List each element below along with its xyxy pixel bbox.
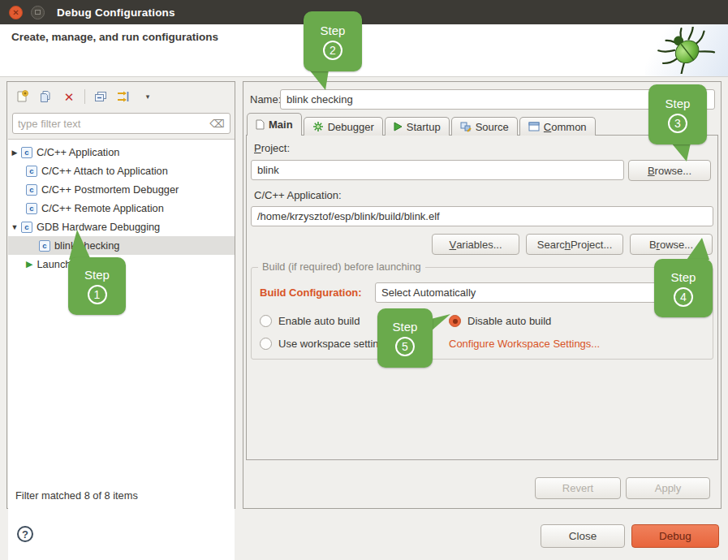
filter-match-status: Filter matched 8 of 8 items: [15, 489, 138, 502]
project-input[interactable]: blink: [251, 160, 624, 180]
application-label: C/C++ Application:: [254, 189, 342, 201]
collapse-all-icon[interactable]: [93, 88, 109, 105]
radio-unselected-icon[interactable]: [260, 338, 272, 350]
tree-item-cpp-postmortem[interactable]: c C/C++ Postmortem Debugger: [8, 180, 235, 199]
step3-tail: [664, 141, 696, 163]
step5-callout: Step 5: [377, 308, 433, 368]
build-group-title: Build (if required) before launching: [258, 261, 425, 273]
tree-item-blink-checking[interactable]: c blink checking: [8, 236, 235, 255]
c-type-icon: c: [21, 222, 32, 233]
step4-callout: Step 4: [654, 259, 713, 317]
enable-auto-build-option[interactable]: Enable auto build: [260, 315, 360, 327]
project-label: Project:: [254, 142, 290, 154]
window-title: Debug Configurations: [57, 6, 175, 19]
name-label: Name:: [250, 93, 281, 106]
startup-tab-icon: [394, 122, 403, 131]
apply-button[interactable]: Apply: [626, 477, 710, 499]
step2-callout: Step 2: [304, 11, 362, 71]
restore-window-icon[interactable]: [31, 6, 45, 19]
close-window-icon[interactable]: ✕: [9, 6, 23, 19]
tab-source[interactable]: Source: [451, 117, 518, 136]
step1-tail: [67, 227, 99, 261]
dialog-header: Create, manage, and run configurations: [0, 24, 728, 77]
tree-item-cpp-remote[interactable]: c C/C++ Remote Application: [8, 199, 235, 218]
delete-configuration-icon[interactable]: ✕: [61, 88, 77, 105]
main-tab-content: Project: blink Browse... C/C++ Applicati…: [246, 135, 718, 460]
toolbar-separator: [84, 89, 85, 104]
build-before-launch-group: Build (if required) before launching Bui…: [251, 267, 713, 360]
c-type-icon: c: [26, 166, 37, 177]
debug-configurations-dialog: ✕ Debug Configurations Create, manage, a…: [0, 0, 728, 560]
filter-input[interactable]: [18, 118, 210, 130]
debug-bug-icon: [645, 24, 728, 76]
c-type-icon: c: [39, 240, 50, 252]
tree-item-cpp-attach[interactable]: c C/C++ Attach to Application: [8, 162, 235, 180]
c-type-icon: c: [26, 203, 37, 214]
titlebar: ✕ Debug Configurations: [0, 0, 728, 24]
toolbar-menu-icon[interactable]: ▾: [140, 88, 156, 105]
configurations-toolbar: ✕ ▾: [11, 85, 156, 108]
configure-workspace-settings-link[interactable]: Configure Workspace Settings...: [449, 338, 600, 350]
radio-unselected-icon[interactable]: [260, 315, 272, 327]
c-type-icon: c: [26, 184, 37, 196]
header-title: Create, manage, and run configurations: [11, 31, 218, 43]
variables-button[interactable]: Variables...: [432, 234, 519, 255]
tab-debugger[interactable]: Debugger: [304, 117, 383, 136]
common-tab-icon: [528, 122, 540, 131]
revert-button[interactable]: Revert: [535, 477, 621, 499]
launch-group-icon: ▶: [26, 259, 32, 269]
use-workspace-settings-option[interactable]: Use workspace settings: [260, 338, 390, 350]
source-tab-icon: [460, 122, 472, 132]
tree-item-gdb-hardware[interactable]: ▼ c GDB Hardware Debugging: [8, 218, 235, 236]
step3-callout: Step 3: [648, 84, 707, 144]
step1-callout: Step 1: [68, 257, 126, 315]
main-tab-icon: [256, 119, 265, 130]
debug-button[interactable]: Debug: [631, 524, 719, 548]
application-input[interactable]: /home/krzysztof/esp/blink/build/blink.el…: [251, 206, 713, 226]
disable-auto-build-option[interactable]: Disable auto build: [449, 315, 551, 327]
step4-tail: [677, 236, 711, 261]
expanded-arrow-icon[interactable]: ▼: [8, 223, 21, 231]
debugger-tab-icon: [312, 121, 324, 132]
tab-common[interactable]: Common: [519, 117, 596, 136]
tab-startup[interactable]: Startup: [385, 117, 450, 136]
tab-main[interactable]: Main: [247, 113, 302, 136]
configuration-form-panel: Name: blink checking Main Debugger Start…: [243, 81, 722, 509]
search-project-button[interactable]: Search Project...: [526, 234, 623, 255]
close-button[interactable]: Close: [541, 524, 625, 548]
build-configuration-label: Build Configuration:: [260, 286, 362, 299]
filter-field-wrap: ⌫: [12, 113, 230, 134]
new-configuration-icon[interactable]: [14, 88, 30, 105]
collapsed-arrow-icon[interactable]: ▶: [8, 149, 21, 157]
tree-item-cpp-application[interactable]: ▶ c C/C++ Application: [8, 143, 235, 162]
duplicate-configuration-icon[interactable]: [37, 88, 54, 105]
filter-launch-configurations-icon[interactable]: [116, 88, 132, 105]
config-tabs: Main Debugger Startup Source Common: [247, 113, 597, 136]
clear-filter-icon[interactable]: ⌫: [210, 118, 225, 130]
help-button[interactable]: ?: [17, 526, 33, 542]
step2-tail: [307, 68, 336, 92]
c-type-icon: c: [21, 147, 32, 158]
